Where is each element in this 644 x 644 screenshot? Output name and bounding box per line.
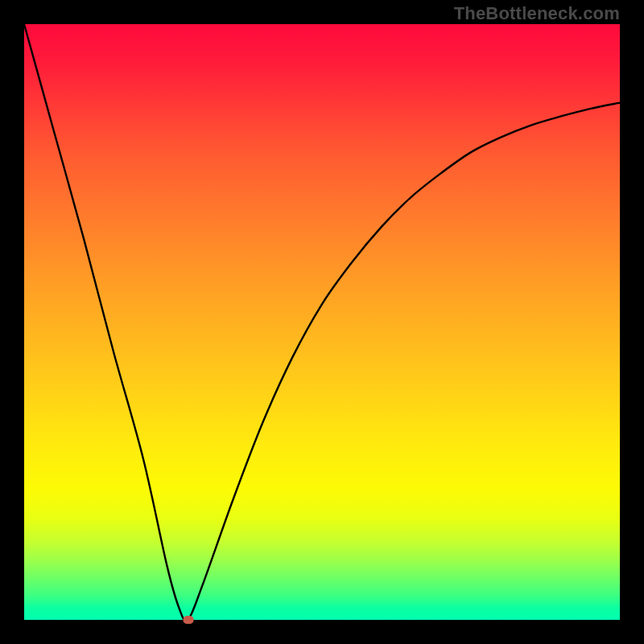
curve-path (24, 24, 620, 621)
bottleneck-curve (24, 24, 620, 620)
watermark-text: TheBottleneck.com (454, 3, 620, 24)
plot-area (24, 24, 620, 620)
minimum-marker (183, 616, 193, 624)
chart-frame: TheBottleneck.com (0, 0, 644, 644)
